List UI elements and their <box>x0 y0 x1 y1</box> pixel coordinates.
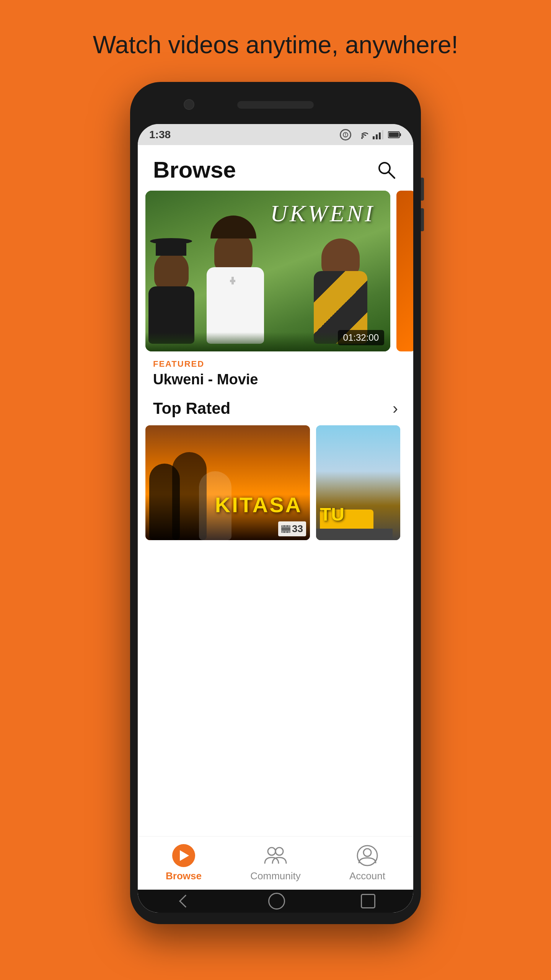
notification-icon <box>340 129 351 140</box>
section-header-top-rated: Top Rated › <box>138 388 413 425</box>
phone-speaker <box>237 101 314 109</box>
character-3 <box>321 238 367 344</box>
svg-rect-16 <box>282 525 284 527</box>
kitasa-card[interactable]: KITASA <box>145 425 310 540</box>
phone-volume-up-button[interactable] <box>421 178 424 201</box>
status-time: 1:38 <box>149 129 171 141</box>
browse-icon <box>172 844 195 867</box>
page-title: Browse <box>153 157 236 183</box>
featured-thumbnail: UKWENI <box>145 191 390 351</box>
featured-title: Ukweni - Movie <box>153 371 398 388</box>
svg-rect-9 <box>399 133 401 136</box>
top-rated-row: KITASA <box>138 425 413 540</box>
svg-rect-21 <box>288 531 290 533</box>
svg-rect-20 <box>285 531 287 533</box>
svg-rect-10 <box>389 132 399 137</box>
featured-movie-title-overlay: UKWENI <box>270 200 375 227</box>
back-button[interactable] <box>176 893 192 910</box>
character-1 <box>153 238 195 344</box>
featured-duration: 01:32:00 <box>338 330 384 345</box>
featured-label-area: FEATURED Ukweni - Movie <box>138 351 413 388</box>
wifi-icon <box>356 130 368 139</box>
account-icon <box>356 844 379 867</box>
phone-screen: 1:38 <box>138 124 413 913</box>
phone-volume-down-button[interactable] <box>421 208 424 231</box>
kitasa-title: KITASA <box>215 492 302 517</box>
svg-rect-19 <box>282 531 284 533</box>
status-icons <box>340 129 402 140</box>
community-icon <box>264 844 287 867</box>
svg-rect-5 <box>376 134 378 139</box>
svg-point-25 <box>364 849 371 856</box>
svg-point-23 <box>276 848 283 855</box>
signal-icon <box>373 130 383 139</box>
community-label: Community <box>250 870 300 882</box>
nav-item-account[interactable]: Account <box>337 844 398 882</box>
second-card[interactable]: TU <box>316 425 400 540</box>
content-spacer <box>138 540 413 836</box>
svg-rect-18 <box>288 525 290 527</box>
featured-tag: FEATURED <box>153 359 398 369</box>
svg-rect-17 <box>285 525 287 527</box>
top-rated-arrow[interactable]: › <box>393 399 398 418</box>
kitasa-badge-count: 33 <box>292 523 303 535</box>
nav-item-browse[interactable]: Browse <box>153 844 214 882</box>
svg-rect-4 <box>373 136 375 139</box>
play-triangle-icon <box>180 850 189 861</box>
top-rated-section-title: Top Rated <box>153 399 230 418</box>
search-icon <box>377 160 396 180</box>
recents-button[interactable] <box>361 894 375 908</box>
nav-item-community[interactable]: Community <box>245 844 306 882</box>
browse-play-circle <box>172 844 195 867</box>
home-button[interactable] <box>268 893 285 910</box>
search-button[interactable] <box>375 158 398 181</box>
app-header: Browse <box>138 145 413 191</box>
account-label: Account <box>349 870 385 882</box>
character-2 <box>207 216 264 344</box>
svg-rect-14 <box>281 527 290 528</box>
film-icon <box>281 525 290 533</box>
svg-rect-7 <box>382 130 383 139</box>
svg-rect-15 <box>281 531 290 531</box>
featured-card[interactable]: UKWENI <box>145 191 390 351</box>
account-person-icon <box>357 845 378 866</box>
browse-label: Browse <box>166 870 202 882</box>
battery-icon <box>388 131 402 139</box>
next-featured-card-peek[interactable] <box>396 191 413 351</box>
status-bar: 1:38 <box>138 124 413 145</box>
phone-device: 1:38 <box>130 82 421 924</box>
second-card-title: TU <box>320 504 344 525</box>
tagline: Watch videos anytime, anywhere! <box>62 31 489 59</box>
community-people-icon <box>264 846 287 865</box>
phone-camera <box>184 99 194 110</box>
svg-line-12 <box>388 172 395 178</box>
app-content: Browse UKWENI <box>138 145 413 913</box>
svg-point-22 <box>268 848 276 855</box>
home-bar <box>138 890 413 913</box>
svg-rect-6 <box>379 132 381 139</box>
bottom-nav: Browse Community <box>138 836 413 890</box>
kitasa-thumbnail: KITASA <box>145 425 310 540</box>
svg-point-3 <box>361 137 363 139</box>
kitasa-badge: 33 <box>278 521 306 536</box>
second-thumbnail: TU <box>316 425 400 540</box>
